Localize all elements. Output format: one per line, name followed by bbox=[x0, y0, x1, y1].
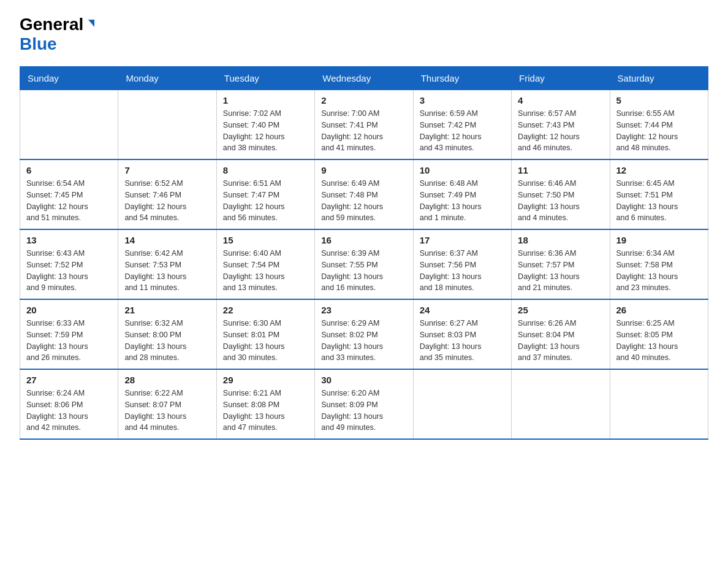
calendar-day-cell: 16Sunrise: 6:39 AM Sunset: 7:55 PM Dayli… bbox=[315, 229, 413, 299]
day-number: 19 bbox=[616, 235, 702, 245]
calendar-day-cell: 13Sunrise: 6:43 AM Sunset: 7:52 PM Dayli… bbox=[20, 229, 118, 299]
day-of-week-header: Tuesday bbox=[216, 67, 314, 90]
day-info: Sunrise: 6:48 AM Sunset: 7:49 PM Dayligh… bbox=[420, 178, 505, 224]
calendar-day-cell: 27Sunrise: 6:24 AM Sunset: 8:06 PM Dayli… bbox=[20, 369, 118, 439]
day-number: 23 bbox=[321, 305, 406, 315]
day-info: Sunrise: 6:45 AM Sunset: 7:51 PM Dayligh… bbox=[616, 178, 702, 224]
calendar-day-cell: 3Sunrise: 6:59 AM Sunset: 7:42 PM Daylig… bbox=[413, 90, 511, 160]
day-info: Sunrise: 6:40 AM Sunset: 7:54 PM Dayligh… bbox=[223, 248, 308, 294]
calendar-day-cell: 14Sunrise: 6:42 AM Sunset: 7:53 PM Dayli… bbox=[118, 229, 216, 299]
svg-marker-0 bbox=[88, 20, 94, 27]
calendar-day-cell: 23Sunrise: 6:29 AM Sunset: 8:02 PM Dayli… bbox=[315, 299, 413, 369]
day-number: 15 bbox=[223, 235, 308, 245]
day-number: 4 bbox=[518, 95, 603, 105]
day-info: Sunrise: 6:26 AM Sunset: 8:04 PM Dayligh… bbox=[518, 318, 603, 364]
day-info: Sunrise: 6:29 AM Sunset: 8:02 PM Dayligh… bbox=[321, 318, 406, 364]
day-info: Sunrise: 6:54 AM Sunset: 7:45 PM Dayligh… bbox=[26, 178, 112, 224]
day-info: Sunrise: 7:00 AM Sunset: 7:41 PM Dayligh… bbox=[321, 108, 406, 154]
calendar-day-cell: 2Sunrise: 7:00 AM Sunset: 7:41 PM Daylig… bbox=[315, 90, 413, 160]
day-of-week-header: Friday bbox=[512, 67, 610, 90]
day-info: Sunrise: 6:49 AM Sunset: 7:48 PM Dayligh… bbox=[321, 178, 406, 224]
calendar-day-cell bbox=[413, 369, 511, 439]
day-number: 5 bbox=[616, 95, 702, 105]
day-info: Sunrise: 6:36 AM Sunset: 7:57 PM Dayligh… bbox=[518, 248, 603, 294]
calendar-day-cell: 29Sunrise: 6:21 AM Sunset: 8:08 PM Dayli… bbox=[216, 369, 314, 439]
calendar-day-cell: 21Sunrise: 6:32 AM Sunset: 8:00 PM Dayli… bbox=[118, 299, 216, 369]
calendar-day-cell: 30Sunrise: 6:20 AM Sunset: 8:09 PM Dayli… bbox=[315, 369, 413, 439]
logo-general-text: General bbox=[20, 15, 83, 34]
day-info: Sunrise: 6:32 AM Sunset: 8:00 PM Dayligh… bbox=[124, 318, 210, 364]
calendar-day-cell: 9Sunrise: 6:49 AM Sunset: 7:48 PM Daylig… bbox=[315, 159, 413, 229]
day-info: Sunrise: 6:55 AM Sunset: 7:44 PM Dayligh… bbox=[616, 108, 702, 154]
day-number: 3 bbox=[420, 95, 505, 105]
calendar-week-row: 1Sunrise: 7:02 AM Sunset: 7:40 PM Daylig… bbox=[20, 90, 708, 160]
day-of-week-header: Wednesday bbox=[315, 67, 413, 90]
day-info: Sunrise: 6:27 AM Sunset: 8:03 PM Dayligh… bbox=[420, 318, 505, 364]
day-info: Sunrise: 6:37 AM Sunset: 7:56 PM Dayligh… bbox=[420, 248, 505, 294]
calendar-header-row: SundayMondayTuesdayWednesdayThursdayFrid… bbox=[20, 67, 708, 90]
calendar-day-cell: 8Sunrise: 6:51 AM Sunset: 7:47 PM Daylig… bbox=[216, 159, 314, 229]
day-info: Sunrise: 6:24 AM Sunset: 8:06 PM Dayligh… bbox=[26, 388, 112, 434]
logo-blue-text: Blue bbox=[20, 34, 57, 53]
day-number: 12 bbox=[616, 165, 702, 175]
calendar-table: SundayMondayTuesdayWednesdayThursdayFrid… bbox=[20, 66, 708, 440]
calendar-day-cell: 5Sunrise: 6:55 AM Sunset: 7:44 PM Daylig… bbox=[610, 90, 708, 160]
logo: General Blue bbox=[20, 15, 97, 54]
day-info: Sunrise: 6:51 AM Sunset: 7:47 PM Dayligh… bbox=[223, 178, 308, 224]
calendar-day-cell: 12Sunrise: 6:45 AM Sunset: 7:51 PM Dayli… bbox=[610, 159, 708, 229]
calendar-day-cell: 25Sunrise: 6:26 AM Sunset: 8:04 PM Dayli… bbox=[512, 299, 610, 369]
day-of-week-header: Monday bbox=[118, 67, 216, 90]
day-number: 29 bbox=[223, 375, 308, 385]
day-info: Sunrise: 6:46 AM Sunset: 7:50 PM Dayligh… bbox=[518, 178, 603, 224]
day-info: Sunrise: 6:22 AM Sunset: 8:07 PM Dayligh… bbox=[124, 388, 210, 434]
calendar-day-cell: 28Sunrise: 6:22 AM Sunset: 8:07 PM Dayli… bbox=[118, 369, 216, 439]
logo-arrow-icon bbox=[86, 18, 97, 32]
calendar-week-row: 20Sunrise: 6:33 AM Sunset: 7:59 PM Dayli… bbox=[20, 299, 708, 369]
day-number: 18 bbox=[518, 235, 603, 245]
day-number: 27 bbox=[26, 375, 112, 385]
day-of-week-header: Sunday bbox=[20, 67, 118, 90]
calendar-day-cell bbox=[610, 369, 708, 439]
calendar-day-cell: 1Sunrise: 7:02 AM Sunset: 7:40 PM Daylig… bbox=[216, 90, 314, 160]
day-info: Sunrise: 6:30 AM Sunset: 8:01 PM Dayligh… bbox=[223, 318, 308, 364]
calendar-day-cell: 26Sunrise: 6:25 AM Sunset: 8:05 PM Dayli… bbox=[610, 299, 708, 369]
day-number: 13 bbox=[26, 235, 112, 245]
day-number: 6 bbox=[26, 165, 112, 175]
day-info: Sunrise: 6:42 AM Sunset: 7:53 PM Dayligh… bbox=[124, 248, 210, 294]
calendar-week-row: 13Sunrise: 6:43 AM Sunset: 7:52 PM Dayli… bbox=[20, 229, 708, 299]
day-number: 2 bbox=[321, 95, 406, 105]
day-info: Sunrise: 6:20 AM Sunset: 8:09 PM Dayligh… bbox=[321, 388, 406, 434]
calendar-day-cell: 19Sunrise: 6:34 AM Sunset: 7:58 PM Dayli… bbox=[610, 229, 708, 299]
day-info: Sunrise: 6:52 AM Sunset: 7:46 PM Dayligh… bbox=[124, 178, 210, 224]
day-info: Sunrise: 6:33 AM Sunset: 7:59 PM Dayligh… bbox=[26, 318, 112, 364]
day-number: 20 bbox=[26, 305, 112, 315]
calendar-day-cell: 11Sunrise: 6:46 AM Sunset: 7:50 PM Dayli… bbox=[512, 159, 610, 229]
day-number: 8 bbox=[223, 165, 308, 175]
day-number: 26 bbox=[616, 305, 702, 315]
calendar-day-cell bbox=[512, 369, 610, 439]
calendar-day-cell bbox=[20, 90, 118, 160]
day-number: 24 bbox=[420, 305, 505, 315]
day-info: Sunrise: 6:57 AM Sunset: 7:43 PM Dayligh… bbox=[518, 108, 603, 154]
day-of-week-header: Saturday bbox=[610, 67, 708, 90]
day-number: 28 bbox=[124, 375, 210, 385]
calendar-day-cell: 15Sunrise: 6:40 AM Sunset: 7:54 PM Dayli… bbox=[216, 229, 314, 299]
day-info: Sunrise: 6:21 AM Sunset: 8:08 PM Dayligh… bbox=[223, 388, 308, 434]
day-info: Sunrise: 6:43 AM Sunset: 7:52 PM Dayligh… bbox=[26, 248, 112, 294]
day-number: 22 bbox=[223, 305, 308, 315]
day-number: 25 bbox=[518, 305, 603, 315]
day-number: 14 bbox=[124, 235, 210, 245]
day-number: 7 bbox=[124, 165, 210, 175]
day-number: 11 bbox=[518, 165, 603, 175]
calendar-week-row: 6Sunrise: 6:54 AM Sunset: 7:45 PM Daylig… bbox=[20, 159, 708, 229]
calendar-day-cell bbox=[118, 90, 216, 160]
day-number: 1 bbox=[223, 95, 308, 105]
day-info: Sunrise: 7:02 AM Sunset: 7:40 PM Dayligh… bbox=[223, 108, 308, 154]
day-number: 10 bbox=[420, 165, 505, 175]
calendar-day-cell: 7Sunrise: 6:52 AM Sunset: 7:46 PM Daylig… bbox=[118, 159, 216, 229]
day-info: Sunrise: 6:39 AM Sunset: 7:55 PM Dayligh… bbox=[321, 248, 406, 294]
page-header: General Blue bbox=[20, 15, 708, 54]
day-info: Sunrise: 6:25 AM Sunset: 8:05 PM Dayligh… bbox=[616, 318, 702, 364]
calendar-day-cell: 10Sunrise: 6:48 AM Sunset: 7:49 PM Dayli… bbox=[413, 159, 511, 229]
calendar-day-cell: 18Sunrise: 6:36 AM Sunset: 7:57 PM Dayli… bbox=[512, 229, 610, 299]
